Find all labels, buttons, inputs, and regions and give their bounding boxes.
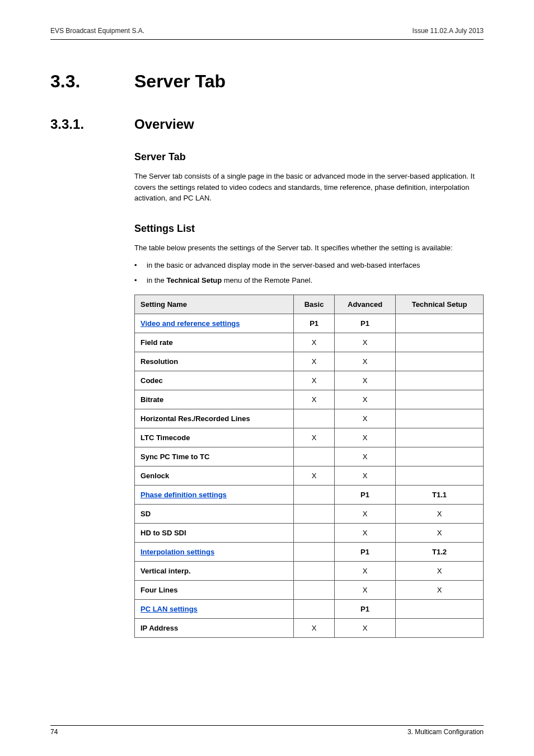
table-cell: Sync PC Time to TC: [135, 447, 294, 466]
table-cell: [396, 447, 484, 466]
table-cell: Field rate: [135, 333, 294, 352]
footer-page-number: 74: [50, 728, 58, 736]
table-row: BitrateXX: [135, 390, 484, 409]
heading-1: 3.3. Server Tab: [50, 71, 484, 92]
heading-2-number: 3.3.1.: [50, 116, 134, 132]
table-cell: X: [294, 428, 335, 447]
table-cell: X: [294, 390, 335, 409]
table-cell: Horizontal Res./Recorded Lines: [135, 409, 294, 428]
table-header-cell: Basic: [294, 295, 335, 314]
table-row: SDXX: [135, 504, 484, 523]
table-cell: [396, 409, 484, 428]
table-cell: X: [335, 390, 396, 409]
table-cell: X: [335, 523, 396, 542]
table-cell: P1: [335, 314, 396, 333]
table-row: Phase definition settingsP1T1.1: [135, 485, 484, 504]
table-cell: X: [294, 333, 335, 352]
header-rule: [50, 39, 484, 40]
table-cell: Resolution: [135, 352, 294, 371]
list-item-text: in the Technical Setup menu of the Remot…: [147, 275, 312, 287]
table-cell: [294, 504, 335, 523]
table-cell: Four Lines: [135, 580, 294, 599]
table-row: HD to SD SDIXX: [135, 523, 484, 542]
table-cell: [294, 542, 335, 561]
bullet-icon: •: [134, 260, 147, 272]
table-cell: X: [335, 333, 396, 352]
table-cell: X: [335, 352, 396, 371]
table-cell: X: [396, 504, 484, 523]
table-cell: X: [335, 504, 396, 523]
table-cell: [294, 447, 335, 466]
table-cell: [294, 580, 335, 599]
table-row: Field rateXX: [135, 333, 484, 352]
table-cell: HD to SD SDI: [135, 523, 294, 542]
heading-3-server-tab: Server Tab: [134, 151, 484, 163]
heading-3-settings-list: Settings List: [134, 223, 484, 235]
table-cell: X: [335, 371, 396, 390]
table-row: Sync PC Time to TCX: [135, 447, 484, 466]
table-cell: [294, 561, 335, 580]
table-cell: [396, 428, 484, 447]
table-cell: [396, 390, 484, 409]
page-footer: 74 3. Multicam Configuration: [50, 725, 484, 736]
heading-1-number: 3.3.: [50, 71, 134, 92]
table-cell: [396, 352, 484, 371]
table-cell: X: [335, 409, 396, 428]
table-cell: [396, 333, 484, 352]
footer-rule: [50, 725, 484, 726]
table-row: LTC TimecodeXX: [135, 428, 484, 447]
table-cell: X: [335, 466, 396, 485]
table-cell: [294, 485, 335, 504]
table-cell: Genlock: [135, 466, 294, 485]
table-cell: P1: [335, 542, 396, 561]
table-cell: [294, 409, 335, 428]
table-cell: X: [396, 523, 484, 542]
table-cell: Codec: [135, 371, 294, 390]
table-cell: X: [396, 561, 484, 580]
table-cell: [294, 599, 335, 618]
table-cell: SD: [135, 504, 294, 523]
table-cell: LTC Timecode: [135, 428, 294, 447]
table-cell[interactable]: Phase definition settings: [135, 485, 294, 504]
table-header-cell: Technical Setup: [396, 295, 484, 314]
table-header-cell: Setting Name: [135, 295, 294, 314]
table-cell: [396, 314, 484, 333]
table-cell: X: [396, 580, 484, 599]
paragraph-server-tab: The Server tab consists of a single page…: [134, 171, 484, 204]
table-cell[interactable]: Video and reference settings: [135, 314, 294, 333]
bullet-list: • in the basic or advanced display mode …: [134, 260, 484, 287]
table-cell: X: [335, 561, 396, 580]
table-cell[interactable]: Interpolation settings: [135, 542, 294, 561]
table-cell: IP Address: [135, 618, 294, 637]
table-row: ResolutionXX: [135, 352, 484, 371]
table-cell: X: [335, 580, 396, 599]
table-cell: X: [335, 447, 396, 466]
table-cell: T1.2: [396, 542, 484, 561]
table-cell: X: [335, 618, 396, 637]
table-cell: Vertical interp.: [135, 561, 294, 580]
table-row: CodecXX: [135, 371, 484, 390]
table-row: Interpolation settingsP1T1.2: [135, 542, 484, 561]
table-cell: P1: [294, 314, 335, 333]
table-row: Four LinesXX: [135, 580, 484, 599]
table-header-row: Setting Name Basic Advanced Technical Se…: [135, 295, 484, 314]
heading-1-title: Server Tab: [134, 71, 226, 92]
table-cell: T1.1: [396, 485, 484, 504]
table-cell: Bitrate: [135, 390, 294, 409]
bullet-icon: •: [134, 275, 147, 287]
table-row: IP AddressXX: [135, 618, 484, 637]
table-cell: [396, 618, 484, 637]
table-cell: X: [294, 371, 335, 390]
table-row: Video and reference settingsP1P1: [135, 314, 484, 333]
table-cell: P1: [335, 599, 396, 618]
table-header-cell: Advanced: [335, 295, 396, 314]
heading-2-title: Overview: [134, 116, 194, 132]
header-left: EVS Broadcast Equipment S.A.: [50, 27, 144, 35]
footer-section: 3. Multicam Configuration: [407, 728, 484, 736]
table-cell[interactable]: PC LAN settings: [135, 599, 294, 618]
table-cell: P1: [335, 485, 396, 504]
table-cell: [396, 466, 484, 485]
table-cell: [396, 599, 484, 618]
list-item: • in the basic or advanced display mode …: [134, 260, 484, 272]
table-cell: X: [294, 618, 335, 637]
